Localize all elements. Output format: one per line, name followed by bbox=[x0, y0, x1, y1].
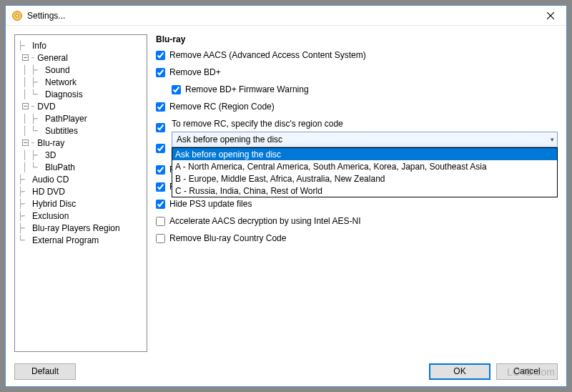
tree-item-label: HD DVD bbox=[31, 187, 66, 197]
checkbox-input[interactable] bbox=[156, 68, 165, 77]
tree-item-general[interactable]: −╴General bbox=[18, 52, 144, 64]
region-dropdown[interactable]: Ask before opening the disc ▾ bbox=[172, 132, 558, 147]
tree-item-blupath[interactable]: │└╴BluPath bbox=[18, 161, 144, 173]
tree-item-label: Info bbox=[31, 41, 48, 51]
tree-item-pathplayer[interactable]: │├╴PathPlayer bbox=[18, 112, 144, 124]
tree-item-label: Diagnosis bbox=[44, 89, 84, 99]
tree-item-audio-cd[interactable]: ├╴Audio CD bbox=[18, 173, 144, 185]
titlebar: Settings... bbox=[6, 6, 566, 26]
dropdown-option[interactable]: B - Europe, Middle East, Africa, Austral… bbox=[172, 172, 557, 185]
region-dropdown-list: Ask before opening the discA - North Ame… bbox=[172, 147, 558, 197]
tree-item-label: Hybrid Disc bbox=[31, 199, 77, 209]
checkbox-label: Remove AACS (Advanced Access Content Sys… bbox=[169, 50, 366, 60]
tree-item-dvd[interactable]: −╴DVD bbox=[18, 100, 144, 112]
tree-item-external-program[interactable]: └╴External Program bbox=[18, 234, 144, 246]
button-bar: Default OK Cancel bbox=[6, 356, 566, 386]
tree-item-label: Sound bbox=[44, 65, 72, 75]
checkbox-label: Hide PS3 update files bbox=[169, 199, 252, 209]
checkbox-input[interactable] bbox=[172, 85, 181, 94]
close-button[interactable] bbox=[536, 6, 565, 25]
checkbox-remove-aacs[interactable]: Remove AACS (Advanced Access Content Sys… bbox=[156, 50, 558, 60]
checkbox-input[interactable] bbox=[156, 51, 165, 60]
checkbox-hide-ps3[interactable]: Hide PS3 update files bbox=[156, 199, 558, 209]
checkbox-input[interactable] bbox=[156, 123, 165, 132]
tree-item-hybrid-disc[interactable]: ├╴Hybrid Disc bbox=[18, 197, 144, 210]
checkbox-input[interactable] bbox=[156, 144, 165, 153]
tree-item-label: General bbox=[36, 53, 69, 63]
dropdown-option[interactable]: Ask before opening the disc bbox=[172, 148, 557, 160]
checkbox-label: Remove BD+ bbox=[169, 67, 221, 77]
tree-item-label: Blu-ray bbox=[36, 138, 66, 148]
window-title: Settings... bbox=[27, 11, 536, 21]
tree-item-exclusion[interactable]: ├╴Exclusion bbox=[18, 210, 144, 222]
checkbox-aes-ni[interactable]: Accelerate AACS decryption by using Inte… bbox=[156, 216, 558, 226]
dropdown-option[interactable]: C - Russia, India, China, Rest of World bbox=[172, 185, 557, 197]
checkbox-remove-bdplus[interactable]: Remove BD+ bbox=[156, 67, 558, 77]
tree-item-label: DVD bbox=[36, 102, 56, 112]
tree-collapse-icon[interactable]: − bbox=[22, 139, 29, 146]
checkbox-input[interactable] bbox=[156, 200, 165, 209]
cancel-button[interactable]: Cancel bbox=[496, 363, 558, 380]
tree-item-label: BluPath bbox=[44, 162, 77, 172]
chevron-down-icon: ▾ bbox=[551, 136, 554, 143]
checkbox-input[interactable] bbox=[156, 217, 165, 226]
checkbox-country-code[interactable]: Remove Blu-ray Country Code bbox=[156, 233, 558, 243]
checkbox-remove-rc[interactable]: Remove RC (Region Code) bbox=[156, 102, 558, 112]
tree-item-sound[interactable]: │├╴Sound bbox=[18, 64, 144, 76]
checkbox-label: Remove RC (Region Code) bbox=[169, 102, 275, 112]
region-dropdown-container: Ask before opening the disc ▾ Ask before… bbox=[172, 132, 558, 147]
tree-collapse-icon[interactable]: − bbox=[22, 103, 29, 109]
checkbox-input[interactable] bbox=[156, 234, 165, 243]
default-button[interactable]: Default bbox=[14, 363, 76, 380]
checkbox-input[interactable] bbox=[156, 102, 165, 112]
checkbox-input[interactable] bbox=[156, 165, 165, 175]
section-title: Blu-ray bbox=[156, 34, 558, 44]
dropdown-option[interactable]: A - North America, Central America, Sout… bbox=[172, 160, 557, 172]
tree-item-label: Exclusion bbox=[31, 211, 70, 221]
tree-item-network[interactable]: │├╴Network bbox=[18, 76, 144, 88]
nav-tree: ├╴Info−╴General│├╴Sound│├╴Network│└╴Diag… bbox=[14, 34, 147, 352]
tree-item-label: Subtitles bbox=[44, 126, 79, 136]
tree-item-info[interactable]: ├╴Info bbox=[18, 39, 144, 52]
tree-item-label: Audio CD bbox=[31, 175, 70, 185]
content-area: ├╴Info−╴General│├╴Sound│├╴Network│└╴Diag… bbox=[6, 26, 566, 356]
ok-button[interactable]: OK bbox=[429, 363, 490, 380]
checkbox-label: Accelerate AACS decryption by using Inte… bbox=[169, 216, 360, 226]
tree-item-diagnosis[interactable]: │└╴Diagnosis bbox=[18, 88, 144, 100]
tree-collapse-icon[interactable]: − bbox=[22, 54, 29, 61]
settings-window: Settings... ├╴Info−╴General│├╴Sound│├╴Ne… bbox=[5, 5, 567, 387]
checkbox-input[interactable] bbox=[156, 182, 165, 192]
checkbox-label: Remove BD+ Firmware Warning bbox=[185, 84, 309, 94]
tree-item-label: Network bbox=[44, 77, 78, 87]
tree-item-blu-ray-players-region[interactable]: ├╴Blu-ray Players Region bbox=[18, 222, 144, 234]
checkbox-label: Remove Blu-ray Country Code bbox=[169, 233, 286, 243]
app-icon bbox=[11, 10, 23, 21]
tree-item-subtitles[interactable]: │└╴Subtitles bbox=[18, 124, 144, 137]
dropdown-selected: Ask before opening the disc bbox=[177, 134, 282, 144]
tree-item-label: 3D bbox=[44, 150, 57, 160]
tree-item-label: Blu-ray Players Region bbox=[31, 223, 122, 233]
tree-item-hd-dvd[interactable]: ├╴HD DVD bbox=[18, 185, 144, 197]
tree-item-label: PathPlayer bbox=[44, 114, 89, 124]
settings-panel: Blu-ray Remove AACS (Advanced Access Con… bbox=[156, 34, 558, 352]
checkbox-bdplus-firmware[interactable]: Remove BD+ Firmware Warning bbox=[156, 84, 558, 94]
tree-item-blu-ray[interactable]: −╴Blu-ray bbox=[18, 137, 144, 149]
svg-point-1 bbox=[16, 14, 19, 17]
tree-item-label: External Program bbox=[31, 235, 100, 245]
close-icon bbox=[547, 12, 554, 19]
tree-item-3d[interactable]: │├╴3D bbox=[18, 149, 144, 161]
